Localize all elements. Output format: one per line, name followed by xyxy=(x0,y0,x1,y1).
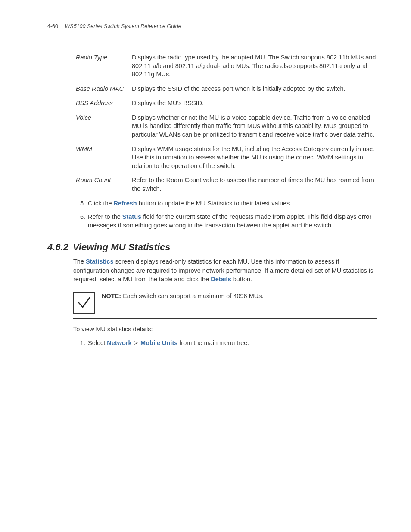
ordered-list: 5. Click the Refresh button to update th… xyxy=(76,199,377,230)
list-number: 5. xyxy=(76,199,88,208)
page-header: 4-60 WS5100 Series Switch System Referen… xyxy=(47,23,377,29)
definition-term: Voice xyxy=(76,114,132,139)
section-number: 4.6.2 xyxy=(47,242,68,252)
ui-term: Network xyxy=(107,339,131,346)
text: from the main menu tree. xyxy=(177,339,249,346)
checkmark-icon xyxy=(73,292,95,314)
definition-term: BSS Address xyxy=(76,99,132,108)
definition-desc: Displays whether or not the MU is a voic… xyxy=(132,114,377,139)
page: 4-60 WS5100 Series Switch System Referen… xyxy=(0,0,411,532)
ui-term: Statistics xyxy=(86,258,113,265)
definition-desc: Displays the MU's BSSID. xyxy=(132,99,377,108)
section-title: Viewing MU Statistics xyxy=(73,242,171,252)
definition-row: WMM Displays WMM usage status for the MU… xyxy=(76,145,377,171)
ordered-list: 1. Select Network > Mobile Units from th… xyxy=(76,339,377,347)
definition-term: Roam Count xyxy=(76,176,132,193)
definition-desc: Refer to the Roam Count value to assess … xyxy=(132,176,377,193)
section-heading: 4.6.2Viewing MU Statistics xyxy=(47,242,377,253)
list-body: Select Network > Mobile Units from the m… xyxy=(88,339,377,347)
paragraph: The Statistics screen displays read-only… xyxy=(73,257,377,283)
paragraph: To view MU statistics details: xyxy=(73,325,377,333)
ui-term: Status xyxy=(122,213,141,220)
list-number: 6. xyxy=(76,212,88,230)
list-item: 1. Select Network > Mobile Units from th… xyxy=(76,339,377,347)
note-text: NOTE: Each switch can support a maximum … xyxy=(102,292,264,301)
breadcrumb-separator: > xyxy=(133,339,140,346)
text: Click the xyxy=(88,200,114,207)
list-body: Refer to the Status field for the curren… xyxy=(88,212,377,230)
header-title: WS5100 Series Switch System Reference Gu… xyxy=(65,23,181,29)
definition-desc: Displays the radio type used by the adop… xyxy=(132,53,377,79)
definition-table: Radio Type Displays the radio type used … xyxy=(76,53,377,193)
definition-row: Radio Type Displays the radio type used … xyxy=(76,53,377,79)
page-number: 4-60 xyxy=(47,23,58,29)
note-block: NOTE: Each switch can support a maximum … xyxy=(73,289,377,319)
list-body: Click the Refresh button to update the M… xyxy=(88,199,377,208)
definition-term: Radio Type xyxy=(76,53,132,79)
text: Each switch can support a maximum of 409… xyxy=(121,292,263,299)
definition-desc: Displays the SSID of the access port whe… xyxy=(132,85,377,93)
ui-term: Refresh xyxy=(114,200,137,207)
text: Select xyxy=(88,339,107,346)
definition-row: Roam Count Refer to the Roam Count value… xyxy=(76,176,377,193)
definition-term: WMM xyxy=(76,145,132,171)
note-label: NOTE: xyxy=(102,292,121,299)
text: button. xyxy=(231,276,252,283)
definition-row: Voice Displays whether or not the MU is … xyxy=(76,114,377,139)
definition-desc: Displays WMM usage status for the MU, in… xyxy=(132,145,377,171)
text: Refer to the xyxy=(88,213,122,220)
text: The xyxy=(73,258,86,265)
definition-term: Base Radio MAC xyxy=(76,85,132,93)
definition-row: Base Radio MAC Displays the SSID of the … xyxy=(76,85,377,93)
list-item: 6. Refer to the Status field for the cur… xyxy=(76,212,377,230)
ui-term: Mobile Units xyxy=(140,339,177,346)
list-number: 1. xyxy=(76,339,88,347)
list-item: 5. Click the Refresh button to update th… xyxy=(76,199,377,208)
text: button to update the MU Statistics to th… xyxy=(137,200,292,207)
definition-row: BSS Address Displays the MU's BSSID. xyxy=(76,99,377,108)
ui-term: Details xyxy=(211,276,231,283)
